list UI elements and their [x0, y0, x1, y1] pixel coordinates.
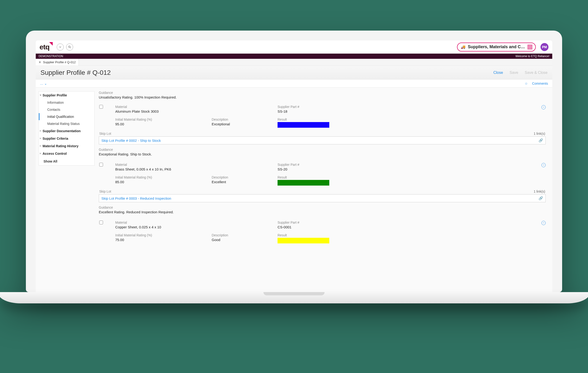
skip-lot-label: Skip Lot — [99, 132, 111, 135]
collapse-record-icon[interactable]: − — [541, 105, 546, 109]
guidance-label: Guidance — [99, 91, 546, 94]
supplier-part-label: Supplier Part # — [278, 221, 379, 224]
record-checkbox[interactable] — [99, 221, 103, 224]
title-bar: Supplier Profile # Q-012 Close Save Save… — [36, 66, 552, 80]
guidance-value: Exceptional Rating. Ship to Stock. — [99, 152, 546, 156]
result-label: Result — [278, 233, 379, 237]
search-button[interactable] — [66, 43, 73, 51]
sidebar-item[interactable]: Material Rating Status — [39, 120, 94, 127]
close-button[interactable]: Close — [494, 71, 503, 75]
guidance-value: Unsatisfactory Rating. 100% Inspection R… — [99, 95, 546, 99]
material-record: MaterialBrass Sheet, 0.005 x 4 x 10 In, … — [99, 161, 546, 219]
result-swatch — [278, 180, 329, 186]
sidebar-group[interactable]: Supplier Documentation — [39, 127, 94, 135]
sidebar-show-all[interactable]: Show All — [39, 157, 94, 165]
guidance-value: Excellent Rating. Reduced Inspection Req… — [99, 210, 546, 214]
material-label: Material — [115, 105, 207, 109]
skip-lot-box: Skip Lot Profile # 0003 - Reduced Inspec… — [99, 194, 546, 202]
sidebar-item[interactable]: Contacts — [39, 106, 94, 113]
save-and-close-button: Save & Close — [525, 71, 547, 75]
demo-bar-right: Welcome to ETQ Reliance! — [515, 55, 550, 58]
material-label: Material — [115, 221, 207, 224]
supplier-part-label: Supplier Part # — [278, 105, 379, 109]
app-topbar: etq◥ 🚚 Suppliers, Materials and C… PM — [36, 41, 552, 54]
material-record: MaterialAluminum Plate Stock 3003Supplie… — [99, 104, 546, 161]
sidebar-item[interactable]: Information — [39, 99, 94, 106]
material-value: Copper Sheet, 0.025 x 4 x 10 — [115, 225, 207, 229]
rating-value: 75.00 — [115, 238, 207, 242]
sidebar-item[interactable]: Initial Qualification — [39, 113, 94, 120]
description-value: Excellent — [212, 180, 273, 184]
skip-lot-link-count: 1 link(s) — [534, 132, 545, 135]
sidebar-group-supplier-profile[interactable]: Supplier Profile — [39, 92, 94, 99]
history-dropdown-button[interactable] — [57, 43, 64, 51]
description-label: Description — [212, 233, 273, 237]
save-button: Save — [510, 71, 518, 75]
skip-lot-link-count: 1 link(s) — [534, 190, 545, 193]
close-tab-icon[interactable]: ✕ — [39, 61, 41, 64]
comments-link[interactable]: Comments — [532, 82, 548, 85]
supplier-part-value: SS-20 — [278, 167, 379, 171]
record-checkbox[interactable] — [99, 163, 103, 166]
form-nav-sidebar: Supplier ProfileInformationContactsIniti… — [36, 87, 97, 292]
svg-line-1 — [70, 47, 71, 48]
truck-icon: 🚚 — [461, 45, 465, 49]
supplier-part-value: SS-18 — [278, 109, 379, 113]
description-label: Description — [212, 118, 273, 121]
search-icon — [68, 45, 71, 49]
result-swatch — [278, 122, 329, 128]
description-value: Good — [212, 238, 273, 242]
material-value: Aluminum Plate Stock 3003 — [115, 109, 207, 113]
rating-label: Initial Material Rating (%) — [115, 233, 207, 237]
skip-lot-label: Skip Lot — [99, 190, 111, 193]
result-swatch — [278, 238, 329, 243]
rating-value: 95.00 — [115, 122, 207, 126]
demo-bar: DEMONSTRATION Welcome to ETQ Reliance! — [36, 54, 552, 59]
material-record: MaterialCopper Sheet, 0.025 x 4 x 10Supp… — [99, 219, 546, 245]
module-name: Suppliers, Materials and C… — [468, 44, 525, 49]
sidebar-group[interactable]: Material Rating History — [39, 142, 94, 150]
document-tab-label: Supplier Profile # Q-012 — [43, 61, 76, 64]
result-label: Result — [278, 176, 379, 179]
demo-bar-left: DEMONSTRATION — [39, 55, 63, 58]
app-grid-icon — [527, 44, 533, 50]
material-label: Material — [115, 163, 207, 166]
favorite-icon[interactable]: ☆ — [525, 82, 528, 85]
rating-label: Initial Material Rating (%) — [115, 176, 207, 179]
skip-lot-link[interactable]: Skip Lot Profile # 0003 - Reduced Inspec… — [101, 196, 171, 200]
form-main: Guidance Unsatisfactory Rating. 100% Ins… — [97, 87, 552, 292]
collapse-record-icon[interactable]: − — [541, 163, 546, 167]
collapse-record-icon[interactable]: − — [541, 221, 546, 225]
app-logo: etq◥ — [40, 43, 54, 51]
skip-lot-box: Skip Lot Profile # 0002 - Ship to Stock🔗 — [99, 136, 546, 145]
module-switcher[interactable]: 🚚 Suppliers, Materials and C… — [457, 42, 536, 52]
guidance-label: Guidance — [99, 148, 546, 151]
link-icon[interactable]: 🔗 — [539, 196, 543, 200]
result-label: Result — [278, 118, 379, 121]
document-tab[interactable]: ✕ Supplier Profile # Q-012 — [36, 59, 79, 66]
svg-point-0 — [68, 46, 70, 48]
document-tab-strip: ✕ Supplier Profile # Q-012 — [36, 59, 552, 66]
actions-dropdown[interactable]: … ⌄ — [40, 82, 47, 85]
utility-bar: … ⌄ ☆ Comments — [36, 80, 552, 87]
user-avatar[interactable]: PM — [540, 43, 548, 51]
rating-value: 85.00 — [115, 180, 207, 184]
skip-lot-link[interactable]: Skip Lot Profile # 0002 - Ship to Stock — [101, 138, 161, 143]
sidebar-group[interactable]: Access Control — [39, 150, 94, 157]
sidebar-group[interactable]: Supplier Criteria — [39, 135, 94, 142]
page-title: Supplier Profile # Q-012 — [41, 69, 111, 76]
guidance-label: Guidance — [99, 206, 546, 209]
supplier-part-value: CS-0001 — [278, 225, 379, 229]
material-value: Brass Sheet, 0.005 x 4 x 10 In, PK6 — [115, 167, 207, 171]
description-label: Description — [212, 176, 273, 179]
link-icon[interactable]: 🔗 — [539, 138, 543, 143]
record-checkbox[interactable] — [99, 105, 103, 109]
supplier-part-label: Supplier Part # — [278, 163, 379, 166]
rating-label: Initial Material Rating (%) — [115, 118, 207, 121]
description-value: Exceptional — [212, 122, 273, 126]
chevron-down-icon — [59, 45, 62, 49]
